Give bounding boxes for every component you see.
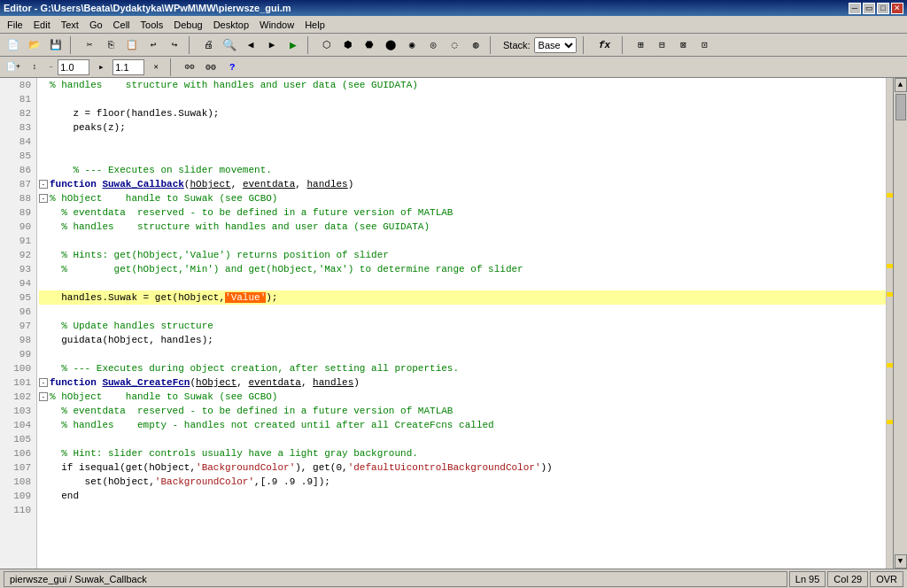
- line-number: 86: [0, 163, 36, 177]
- code-line: [39, 347, 886, 361]
- code-line: -% hObject handle to Suwak (see GCBO): [39, 191, 886, 205]
- line-number: 99: [0, 347, 36, 361]
- code-area[interactable]: % handles structure with handles and use…: [37, 78, 886, 569]
- cell-options-btn[interactable]: ⚙⚙: [201, 58, 221, 76]
- title-text: Editor - G:\Users\Beata\Dydaktyka\WPwM\M…: [4, 3, 291, 13]
- line-number: 108: [0, 475, 36, 489]
- full-view-button[interactable]: ⊡: [695, 36, 715, 54]
- scroll-down-button[interactable]: ▼: [895, 554, 907, 569]
- undo-button[interactable]: ↩: [143, 36, 163, 54]
- menu-cell[interactable]: Cell: [108, 16, 136, 33]
- minimize-button[interactable]: ─: [849, 3, 861, 14]
- code-line: [39, 149, 886, 163]
- warning-mark: [887, 420, 893, 424]
- stack-select[interactable]: Base: [534, 37, 577, 53]
- debug5-button[interactable]: ◉: [402, 36, 422, 54]
- tb2-btn2[interactable]: ↕: [25, 58, 44, 76]
- cell-value1[interactable]: [58, 59, 89, 75]
- line-number: 83: [0, 120, 36, 135]
- code-text: handles.Suwak = get(hObject,'Value');: [50, 290, 277, 305]
- code-line: -function Suwak_CreateFcn(hObject, event…: [39, 375, 886, 390]
- line-number: 104: [0, 418, 36, 432]
- line-number: 85: [0, 149, 36, 163]
- code-line: [39, 503, 886, 517]
- menu-go[interactable]: Go: [84, 16, 108, 33]
- code-line: % handles structure with handles and use…: [39, 220, 886, 234]
- menu-edit[interactable]: Edit: [28, 16, 56, 33]
- menu-help[interactable]: Help: [299, 16, 330, 33]
- new-file-button[interactable]: 📄: [4, 36, 23, 54]
- sep5: [583, 36, 588, 54]
- save-button[interactable]: 💾: [46, 36, 66, 54]
- debug2-button[interactable]: ⬢: [338, 36, 358, 54]
- code-text: % --- Executes during object creation, a…: [50, 361, 459, 375]
- maximize-button[interactable]: □: [877, 3, 889, 14]
- collapse-button[interactable]: -: [39, 180, 48, 189]
- code-text: % handles empty - handles not created un…: [50, 418, 494, 432]
- warning-mark: [887, 363, 893, 368]
- code-line: [39, 234, 886, 248]
- restore-button[interactable]: ▭: [863, 3, 875, 14]
- status-bar: pierwsze_gui / Suwak_Callback Ln 95 Col …: [0, 569, 907, 588]
- eval-button[interactable]: ▶: [283, 36, 303, 54]
- collapse-button[interactable]: -: [39, 194, 48, 203]
- tb2-nav-btn[interactable]: ▸: [91, 58, 111, 76]
- vscrollbar[interactable]: ▲ ▼: [893, 78, 907, 569]
- scroll-thumb[interactable]: [895, 94, 906, 120]
- code-line: peaks(z);: [39, 120, 886, 135]
- function-name: Suwak_Callback: [102, 179, 183, 190]
- code-text: % eventdata reserved - to be defined in …: [50, 205, 453, 220]
- menu-debug[interactable]: Debug: [168, 16, 207, 33]
- debug8-button[interactable]: ◍: [466, 36, 485, 54]
- debug4-button[interactable]: ⬤: [381, 36, 400, 54]
- redo-button[interactable]: ↪: [165, 36, 184, 54]
- menu-text[interactable]: Text: [56, 16, 84, 33]
- code-line: -function Suwak_Callback(hObject, eventd…: [39, 177, 886, 191]
- fx-button[interactable]: fx: [593, 36, 617, 54]
- debug3-button[interactable]: ⬣: [360, 36, 379, 54]
- debug1-button[interactable]: ⬡: [317, 36, 337, 54]
- menu-file[interactable]: File: [2, 16, 28, 33]
- copy-button[interactable]: ⎘: [101, 36, 120, 54]
- code-text: % hObject handle to Suwak (see GCBO): [50, 191, 277, 205]
- collapse-button[interactable]: -: [39, 378, 48, 387]
- info-btn[interactable]: ?: [222, 58, 242, 76]
- line-number: 107: [0, 460, 36, 475]
- cell-run-btn[interactable]: ⚙⚙: [180, 58, 199, 76]
- sep6: [622, 36, 627, 54]
- grid-view-button[interactable]: ⊞: [632, 36, 651, 54]
- cell-value2[interactable]: [112, 59, 144, 75]
- tb2-close-btn[interactable]: ✕: [146, 58, 166, 76]
- sep3: [307, 36, 313, 54]
- close-button[interactable]: ✕: [891, 3, 903, 14]
- scroll-up-button[interactable]: ▲: [895, 78, 907, 92]
- menu-window[interactable]: Window: [254, 16, 299, 33]
- sep4: [490, 36, 495, 54]
- tile-view-button[interactable]: ⊠: [674, 36, 694, 54]
- code-container: 8081828384858687888990919293949596979899…: [0, 78, 907, 569]
- menu-tools[interactable]: Tools: [136, 16, 169, 33]
- code-line: guidata(hObject, handles);: [39, 333, 886, 347]
- debug6-button[interactable]: ◎: [423, 36, 443, 54]
- paste-button[interactable]: 📋: [122, 36, 142, 54]
- code-text: % hObject handle to Suwak (see GCBO): [50, 390, 277, 404]
- code-text: % Hints: get(hObject,'Value') returns po…: [50, 248, 389, 262]
- menu-desktop[interactable]: Desktop: [208, 16, 254, 33]
- cut-button[interactable]: ✂: [80, 36, 99, 54]
- line-number: 100: [0, 361, 36, 375]
- prev-button[interactable]: ◀: [241, 36, 260, 54]
- function-name: Suwak_CreateFcn: [102, 377, 190, 388]
- line-number: 95: [0, 290, 36, 305]
- debug7-button[interactable]: ◌: [445, 36, 464, 54]
- next-button[interactable]: ▶: [262, 36, 282, 54]
- keyword: function: [50, 179, 102, 190]
- print-button[interactable]: 🖨: [198, 36, 218, 54]
- find-button[interactable]: 🔍: [220, 36, 239, 54]
- toolbar2: 📄+ ↕ - ▸ ✕ ⚙⚙ ⚙⚙ ?: [0, 57, 907, 78]
- split-view-button[interactable]: ⊟: [653, 36, 672, 54]
- collapse-button[interactable]: -: [39, 392, 48, 401]
- string-literal: 'defaultUicontrolBackgroundColor': [348, 462, 541, 473]
- open-button[interactable]: 📂: [25, 36, 44, 54]
- tb2-btn1[interactable]: 📄+: [4, 58, 23, 76]
- code-line: % --- Executes during object creation, a…: [39, 361, 886, 375]
